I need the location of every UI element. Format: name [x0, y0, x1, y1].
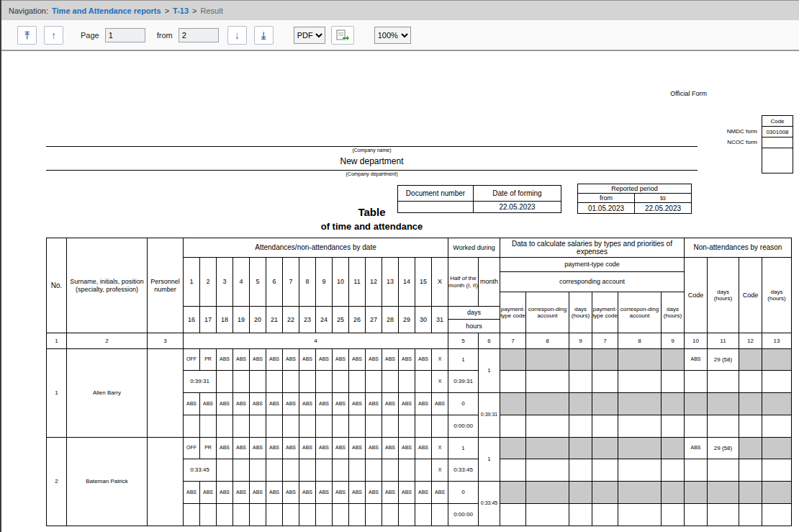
day-code-cell: ABS: [415, 349, 432, 371]
next-page-button[interactable]: ↓: [227, 26, 247, 45]
col-header-hours: hours: [448, 320, 500, 333]
day-hours-cell: [233, 371, 250, 393]
day-code-cell: X: [432, 371, 448, 393]
day-code-cell: ABS: [432, 482, 448, 504]
day-hours-cell: [299, 459, 316, 482]
day-code-cell: ABS: [250, 393, 266, 415]
date-header: 5: [250, 258, 266, 307]
arrow-up-to-bar-icon: ⤒: [24, 30, 29, 41]
day-code-cell: ABS: [217, 393, 233, 415]
date-header: 29: [399, 307, 415, 333]
salary-cell: [592, 438, 618, 459]
report-page: Official Form Code 0301008 NMDC form NCO…: [1, 51, 799, 532]
day-hours-cell: [333, 371, 349, 393]
export-button[interactable]: [331, 26, 354, 45]
day-hours-cell: [366, 459, 382, 482]
na-cell: [708, 504, 739, 526]
half-month-time-cell: 0:39:31: [184, 371, 217, 393]
day-hours-cell: [299, 415, 316, 438]
col-header-personnel: Personnel number: [148, 238, 184, 333]
salary-leaf-header: correspon-ding account: [526, 292, 569, 333]
ncoc-form-code: [762, 137, 793, 148]
report-title-line1: Table: [46, 206, 698, 218]
zoom-select[interactable]: 100%: [374, 27, 411, 44]
day-code-cell: X: [432, 459, 448, 482]
day-code-cell: ABS: [382, 349, 399, 371]
half-month-hours-cell: 0:33:45: [448, 459, 479, 482]
column-number: 5: [448, 333, 479, 349]
salary-cell: [618, 349, 662, 371]
na-cell: [708, 415, 739, 438]
salary-leaf-header: days (hours): [662, 292, 685, 333]
day-code-cell: ABS: [399, 393, 415, 415]
table-row: 1Allen BarryOFFPRABSABSABSABSABSABSABSAB…: [47, 349, 792, 371]
salary-cell: [500, 482, 526, 504]
na-cell: [739, 371, 762, 393]
day-code-cell: ABS: [366, 438, 382, 459]
date-header: 16: [184, 307, 200, 333]
half-month-days-cell: 0: [448, 393, 479, 415]
salary-cell: [618, 371, 662, 393]
day-hours-cell: [316, 504, 333, 526]
date-header: 21: [266, 307, 283, 333]
document-number-header: Document number: [398, 186, 474, 202]
nav-link-time-attendance-reports[interactable]: Time and Attendance reports: [52, 6, 161, 15]
salary-cell: [526, 393, 569, 415]
day-code-cell: ABS: [333, 393, 349, 415]
total-pages-input[interactable]: [179, 28, 219, 42]
date-header: 19: [233, 307, 250, 333]
day-hours-cell: [366, 371, 382, 393]
col-header-corresponding-account: corresponding account: [500, 272, 685, 292]
date-header: 26: [349, 307, 366, 333]
na-code-cell: ABS: [685, 349, 708, 371]
date-header: 6: [266, 258, 283, 307]
day-code-cell: OFF: [184, 438, 200, 459]
day-code-cell: PR: [200, 349, 217, 371]
nav-separator: >: [165, 6, 169, 15]
salary-cell: [526, 482, 569, 504]
salary-cell: [526, 504, 569, 526]
date-header: 20: [250, 307, 266, 333]
na-cell: [762, 482, 792, 504]
date-header: 12: [366, 258, 382, 307]
last-page-button[interactable]: ⤓: [254, 26, 274, 45]
salary-cell: [569, 504, 592, 526]
date-header: 7: [283, 258, 299, 307]
previous-page-button[interactable]: ↑: [44, 26, 63, 45]
day-code-cell: ABS: [399, 438, 415, 459]
day-code-cell: ABS: [299, 349, 316, 371]
day-code-cell: ABS: [283, 438, 299, 459]
arrow-down-icon: ↓: [235, 30, 240, 41]
first-page-button[interactable]: ⤒: [17, 26, 37, 45]
day-hours-cell: [266, 371, 283, 393]
salary-cell: [592, 371, 618, 393]
format-select[interactable]: PDF: [294, 27, 325, 44]
salary-cell: [500, 371, 526, 393]
employee-no-cell: 1: [47, 349, 67, 438]
day-hours-cell: [349, 371, 366, 393]
month-hours-cell: 0:33:45: [479, 482, 500, 526]
day-code-cell: ABS: [283, 482, 299, 504]
ncoc-form-label: NCOC form: [685, 139, 757, 145]
page-number-input[interactable]: [105, 28, 145, 42]
half-month-time-cell: 0:33:45: [184, 459, 217, 482]
half-month-days-cell: 1: [448, 438, 479, 459]
date-header: 24: [316, 307, 333, 333]
day-hours-cell: [283, 371, 299, 393]
salary-cell: [662, 415, 685, 438]
day-code-cell: ABS: [316, 349, 333, 371]
date-header: 10: [333, 258, 349, 307]
na-cell: [685, 482, 708, 504]
day-code-cell: ABS: [250, 482, 266, 504]
arrow-up-icon: ↑: [51, 30, 56, 41]
date-header: 1: [184, 258, 200, 307]
day-hours-cell: [349, 459, 366, 482]
day-code-cell: ABS: [333, 349, 349, 371]
day-hours-cell: [316, 371, 333, 393]
day-hours-cell: [217, 459, 233, 482]
arrow-down-to-bar-icon: ⤓: [261, 30, 266, 41]
column-number: 6: [479, 333, 500, 349]
day-code-cell: ABS: [366, 349, 382, 371]
nav-link-t13[interactable]: T-13: [173, 6, 189, 15]
na-cell: [739, 459, 762, 482]
